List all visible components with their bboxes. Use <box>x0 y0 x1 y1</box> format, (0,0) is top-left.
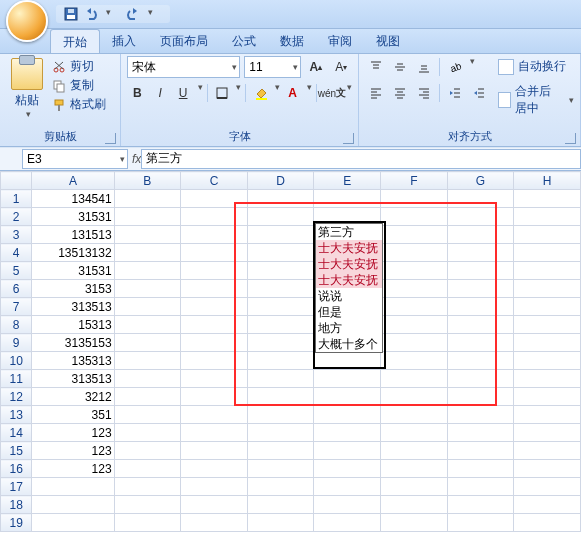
cell-G2[interactable] <box>447 208 514 226</box>
cell-D10[interactable] <box>247 352 314 370</box>
cell-B13[interactable] <box>114 406 181 424</box>
cell-A11[interactable]: 313513 <box>32 370 114 388</box>
border-dropdown[interactable]: ▾ <box>236 82 241 104</box>
cell-D17[interactable] <box>247 478 314 496</box>
cell-C19[interactable] <box>181 514 248 532</box>
formula-input[interactable]: 第三方 <box>141 149 581 169</box>
cell-G19[interactable] <box>447 514 514 532</box>
align-center-button[interactable] <box>389 82 411 104</box>
copy-button[interactable]: 复制 <box>52 77 106 94</box>
cell-B3[interactable] <box>114 226 181 244</box>
merge-center-button[interactable]: 合并后居中▾ <box>498 83 574 117</box>
cell-C3[interactable] <box>181 226 248 244</box>
cell-A13[interactable]: 351 <box>32 406 114 424</box>
orientation-button[interactable]: ab <box>444 56 466 78</box>
row-header-17[interactable]: 17 <box>1 478 32 496</box>
cell-G14[interactable] <box>447 424 514 442</box>
list-item[interactable]: 说说 <box>316 288 382 304</box>
col-header-D[interactable]: D <box>247 172 314 190</box>
cell-G8[interactable] <box>447 316 514 334</box>
cell-A18[interactable] <box>32 496 114 514</box>
qat-more-icon[interactable]: ▾ <box>148 7 162 21</box>
cell-F9[interactable] <box>381 334 448 352</box>
cell-D7[interactable] <box>247 298 314 316</box>
cell-H18[interactable] <box>514 496 581 514</box>
cell-G5[interactable] <box>447 262 514 280</box>
row-header-13[interactable]: 13 <box>1 406 32 424</box>
cell-E19[interactable] <box>314 514 381 532</box>
save-icon[interactable] <box>64 7 78 21</box>
cell-B18[interactable] <box>114 496 181 514</box>
cell-A5[interactable]: 31531 <box>32 262 114 280</box>
paste-button[interactable]: 粘贴 ▾ <box>6 56 48 119</box>
name-box[interactable]: E3 <box>22 149 128 169</box>
tab-insert[interactable]: 插入 <box>100 29 148 53</box>
row-header-6[interactable]: 6 <box>1 280 32 298</box>
cell-D2[interactable] <box>247 208 314 226</box>
cell-C1[interactable] <box>181 190 248 208</box>
cell-A16[interactable]: 123 <box>32 460 114 478</box>
cell-H10[interactable] <box>514 352 581 370</box>
row-header-3[interactable]: 3 <box>1 226 32 244</box>
cell-B10[interactable] <box>114 352 181 370</box>
col-header-A[interactable]: A <box>32 172 114 190</box>
cell-F7[interactable] <box>381 298 448 316</box>
cell-A15[interactable]: 123 <box>32 442 114 460</box>
font-name-combo[interactable]: 宋体 <box>127 56 240 78</box>
cell-G15[interactable] <box>447 442 514 460</box>
col-header-C[interactable]: C <box>181 172 248 190</box>
cell-B4[interactable] <box>114 244 181 262</box>
format-painter-button[interactable]: 格式刷 <box>52 96 106 113</box>
cell-A10[interactable]: 135313 <box>32 352 114 370</box>
cell-A9[interactable]: 3135153 <box>32 334 114 352</box>
cell-F19[interactable] <box>381 514 448 532</box>
paste-dropdown-icon[interactable]: ▾ <box>8 109 48 119</box>
grow-font-button[interactable]: A▴ <box>305 56 326 78</box>
cell-D14[interactable] <box>247 424 314 442</box>
row-header-12[interactable]: 12 <box>1 388 32 406</box>
cell-G18[interactable] <box>447 496 514 514</box>
cell-D5[interactable] <box>247 262 314 280</box>
cell-D1[interactable] <box>247 190 314 208</box>
cell-G16[interactable] <box>447 460 514 478</box>
cell-F14[interactable] <box>381 424 448 442</box>
col-header-E[interactable]: E <box>314 172 381 190</box>
tab-home[interactable]: 开始 <box>50 29 100 53</box>
dropdown-list[interactable]: 第三方士大夫安抚士大夫安抚士大夫安抚说说但是地方大概十多个 <box>315 223 383 353</box>
cell-F18[interactable] <box>381 496 448 514</box>
cell-C17[interactable] <box>181 478 248 496</box>
cell-C18[interactable] <box>181 496 248 514</box>
row-header-9[interactable]: 9 <box>1 334 32 352</box>
col-header-B[interactable]: B <box>114 172 181 190</box>
undo-icon[interactable] <box>84 7 98 21</box>
cell-G1[interactable] <box>447 190 514 208</box>
decrease-indent-button[interactable] <box>444 82 466 104</box>
col-header-G[interactable]: G <box>447 172 514 190</box>
cell-B16[interactable] <box>114 460 181 478</box>
cell-A3[interactable]: 131513 <box>32 226 114 244</box>
cell-F16[interactable] <box>381 460 448 478</box>
cell-H2[interactable] <box>514 208 581 226</box>
cell-E18[interactable] <box>314 496 381 514</box>
cell-G13[interactable] <box>447 406 514 424</box>
cell-C7[interactable] <box>181 298 248 316</box>
row-header-11[interactable]: 11 <box>1 370 32 388</box>
cell-D4[interactable] <box>247 244 314 262</box>
cell-A4[interactable]: 13513132 <box>32 244 114 262</box>
cell-G3[interactable] <box>447 226 514 244</box>
cell-G11[interactable] <box>447 370 514 388</box>
cell-H11[interactable] <box>514 370 581 388</box>
cell-A6[interactable]: 3153 <box>32 280 114 298</box>
list-item[interactable]: 士大夫安抚 <box>316 272 382 288</box>
redo-icon[interactable] <box>126 7 140 21</box>
wrap-text-button[interactable]: 自动换行 <box>498 58 574 75</box>
cell-C8[interactable] <box>181 316 248 334</box>
cell-B8[interactable] <box>114 316 181 334</box>
cell-E1[interactable] <box>314 190 381 208</box>
row-header-1[interactable]: 1 <box>1 190 32 208</box>
orientation-dropdown[interactable]: ▾ <box>470 56 475 78</box>
cell-G4[interactable] <box>447 244 514 262</box>
align-bottom-button[interactable] <box>413 56 435 78</box>
cell-C15[interactable] <box>181 442 248 460</box>
tab-data[interactable]: 数据 <box>268 29 316 53</box>
